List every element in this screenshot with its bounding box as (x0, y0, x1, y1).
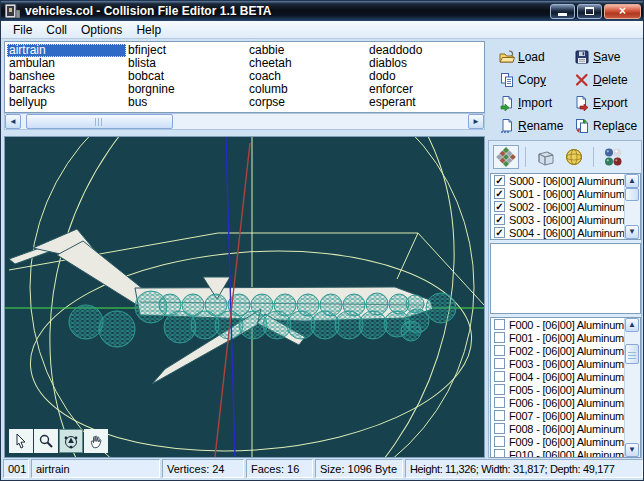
face-group-row[interactable]: F006 - [06|00] Aluminum (491, 396, 640, 409)
minimize-button[interactable] (550, 4, 575, 19)
replace-label: Replace (593, 119, 637, 133)
group-label: F002 - [06|00] Aluminum (509, 345, 624, 357)
face-group-row[interactable]: F003 - [06|00] Aluminum (491, 357, 640, 370)
vehicle-list-item[interactable]: bus (126, 96, 245, 109)
face-group-row[interactable]: F009 - [06|00] Aluminum (491, 435, 640, 448)
thumb-grip-icon (628, 350, 636, 359)
magnifier-icon (38, 433, 54, 449)
scroll-down-button[interactable]: ▼ (625, 443, 639, 457)
import-label: Import (518, 96, 552, 110)
menu-item[interactable]: Coll (39, 22, 74, 38)
maximize-button[interactable] (577, 4, 602, 19)
checkbox[interactable] (494, 332, 505, 343)
sphere-group-row[interactable]: ✓ S000 - [06|00] Aluminum (491, 174, 640, 187)
rename-button[interactable]: Rename (499, 116, 563, 136)
group-label: S002 - [06|00] Aluminum (509, 201, 625, 213)
group-label: F007 - [06|00] Aluminum (509, 410, 624, 422)
scroll-down-button[interactable]: ▼ (625, 225, 639, 239)
status-vehicle: airtrain (31, 459, 160, 478)
vehicle-list: airtrainambulanbansheebarracksbellyup bf… (4, 41, 485, 113)
viewport-toolbar (9, 429, 108, 453)
wireframe-cube-icon (535, 147, 555, 167)
face-group-row[interactable]: F008 - [06|00] Aluminum (491, 422, 640, 435)
face-list-scrollbar[interactable]: ▲ ▼ (624, 318, 640, 457)
sphere-group-row[interactable]: ✓ S003 - [06|00] Aluminum (491, 213, 640, 226)
faces-view-button[interactable] (493, 145, 519, 169)
vehicle-list-item[interactable]: corpse (247, 96, 366, 109)
menu-item[interactable]: Options (74, 22, 129, 38)
face-group-rows: F000 - [06|00] Aluminum F001 - [06|00] A… (491, 318, 640, 458)
checkbox[interactable]: ✓ (494, 227, 505, 238)
replace-button[interactable]: Replace (574, 116, 637, 136)
load-button[interactable]: Load (499, 47, 545, 67)
vehicle-list-hscrollbar[interactable]: ◄ ► (4, 113, 485, 130)
scroll-left-button[interactable]: ◄ (5, 114, 21, 129)
zoom-tool-button[interactable] (34, 429, 58, 453)
vehicle-list-item[interactable]: esperant (367, 96, 485, 109)
group-label: F003 - [06|00] Aluminum (509, 358, 624, 370)
vscroll-thumb[interactable] (625, 344, 639, 364)
spheres-view-button[interactable] (600, 145, 626, 169)
group-label: S004 - [06|00] Aluminum (509, 227, 625, 239)
checkbox[interactable] (494, 371, 505, 382)
checkbox[interactable]: ✓ (494, 201, 505, 212)
checkbox[interactable] (494, 384, 505, 395)
face-group-row[interactable]: F000 - [06|00] Aluminum (491, 318, 640, 331)
face-group-row[interactable]: F005 - [06|00] Aluminum (491, 383, 640, 396)
face-group-row[interactable]: F007 - [06|00] Aluminum (491, 409, 640, 422)
sphere-group-row[interactable]: ✓ S004 - [06|00] Aluminum (491, 226, 640, 239)
checkbox[interactable] (494, 410, 505, 421)
viewport-3d[interactable] (4, 136, 485, 458)
checkbox[interactable] (494, 319, 505, 330)
rename-page-icon (499, 118, 515, 134)
save-button[interactable]: Save (574, 47, 620, 67)
import-button[interactable]: Import (499, 93, 552, 113)
thumb-grip-icon (95, 118, 104, 126)
checkbox[interactable] (494, 358, 505, 369)
face-group-row[interactable]: F002 - [06|00] Aluminum (491, 344, 640, 357)
hscroll-thumb[interactable] (26, 114, 173, 129)
checkbox[interactable] (494, 397, 505, 408)
close-icon: × (619, 5, 626, 17)
vehicle-column-4: deaddododiablosdodoenforceresperant (367, 44, 485, 109)
delete-label: Delete (593, 73, 628, 87)
view-mode-toolbar (490, 142, 640, 172)
checkbox[interactable]: ✓ (494, 214, 505, 225)
menu-item[interactable]: File (6, 22, 39, 38)
status-index: 001 (3, 459, 29, 478)
sphere-group-row[interactable]: ✓ S005 - [06|00] Aluminum (491, 239, 640, 240)
checkbox[interactable] (494, 423, 505, 434)
checkbox[interactable] (494, 449, 505, 458)
menu-item[interactable]: Help (129, 22, 168, 38)
group-label: S003 - [06|00] Aluminum (509, 214, 625, 226)
close-button[interactable]: × (604, 4, 641, 19)
box-view-button[interactable] (532, 145, 558, 169)
checkbox[interactable] (494, 345, 505, 356)
vehicle-list-item[interactable]: bellyup (7, 96, 126, 109)
checkbox[interactable]: ✓ (494, 188, 505, 199)
checkbox[interactable] (494, 436, 505, 447)
copy-button[interactable]: Copy (499, 70, 546, 90)
sphere-group-row[interactable]: ✓ S002 - [06|00] Aluminum (491, 200, 640, 213)
scroll-up-button[interactable]: ▲ (625, 318, 639, 332)
copy-label: Copy (518, 73, 546, 87)
delete-button[interactable]: Delete (574, 70, 628, 90)
face-group-row[interactable]: F004 - [06|00] Aluminum (491, 370, 640, 383)
face-group-row[interactable]: F010 - [06|00] Aluminum (491, 448, 640, 458)
sphere-group-row[interactable]: ✓ S001 - [06|00] Aluminum (491, 187, 640, 200)
scroll-up-button[interactable]: ▲ (625, 174, 639, 188)
rotate-tool-button[interactable] (59, 429, 83, 453)
face-group-row[interactable]: F001 - [06|00] Aluminum (491, 331, 640, 344)
export-button[interactable]: Export (574, 93, 628, 113)
vscroll-thumb[interactable] (625, 188, 639, 201)
pan-tool-button[interactable] (84, 429, 108, 453)
sphere-list-scrollbar[interactable]: ▲ ▼ (624, 174, 640, 239)
select-tool-button[interactable] (9, 429, 33, 453)
scroll-right-button[interactable]: ► (468, 114, 484, 129)
sphere-groups-list: ✓ S000 - [06|00] Aluminum ✓ S001 - [06|0… (490, 173, 641, 240)
vehicle-column-2: bfinjectblistabobcatborgninebus (126, 44, 245, 109)
rename-label: Rename (518, 119, 563, 133)
checkbox[interactable]: ✓ (494, 175, 505, 186)
group-label: S000 - [06|00] Aluminum (509, 175, 625, 187)
sphere-view-button[interactable] (561, 145, 587, 169)
